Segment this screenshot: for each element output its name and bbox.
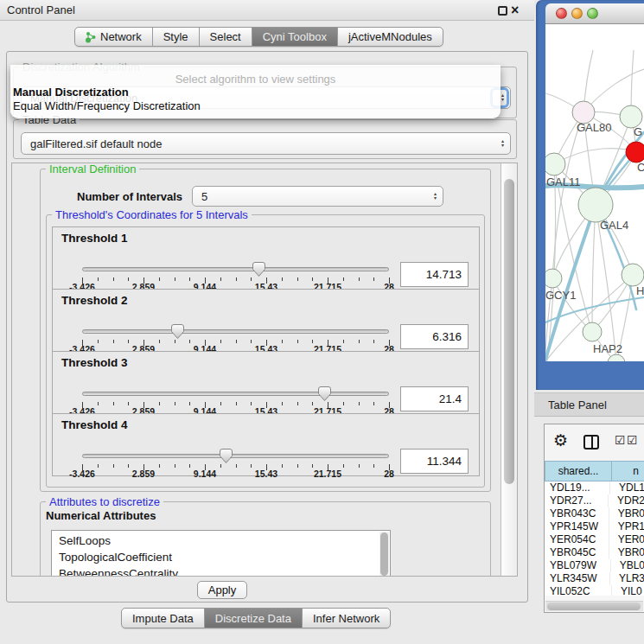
table-row[interactable]: YBR045CYBR0 (545, 546, 644, 559)
settings-scrollbar[interactable] (501, 163, 517, 576)
slider-tick (297, 340, 298, 343)
cell-name[interactable]: YIL0 (612, 585, 644, 596)
network-node-h[interactable] (622, 264, 644, 286)
slider-tick (113, 464, 114, 468)
cell-shared-name[interactable]: YBR045C (545, 546, 609, 559)
column-header-shared[interactable]: shared... (545, 461, 612, 481)
tab-infer-network[interactable]: Infer Network (302, 609, 390, 628)
tab-style[interactable]: Style (152, 28, 199, 46)
cell-shared-name[interactable]: YDR27... (545, 494, 609, 507)
stepper-icon: ▴▾ (501, 139, 504, 148)
popup-item-equal-width-frequency[interactable]: Equal Width/Frequency Discretization (10, 99, 501, 113)
threshold-2-slider-track[interactable] (82, 329, 389, 334)
threshold-4-slider-track[interactable] (82, 454, 389, 458)
table-row[interactable]: YBL079WYBL0 (545, 559, 644, 572)
network-node-gal11[interactable] (545, 153, 565, 175)
threshold-1-slider-thumb[interactable] (252, 262, 265, 277)
apply-button[interactable]: Apply (197, 581, 247, 599)
slider-tick (189, 402, 190, 405)
settings-scrollbar-thumb[interactable] (504, 179, 514, 484)
node-label: H (636, 284, 644, 297)
panel-title: Control Panel (7, 0, 75, 21)
threshold-3-slider-thumb[interactable] (318, 386, 331, 401)
slider-tick (373, 402, 374, 405)
table-row[interactable]: YIL052CYIL0 (545, 585, 644, 596)
cell-shared-name[interactable]: YDL19... (545, 481, 610, 494)
table-row[interactable]: YDL19...YDL1 (545, 481, 644, 494)
cell-shared-name[interactable]: YBR043C (545, 507, 609, 520)
network-node-gcy1[interactable] (545, 269, 562, 288)
slider-tick-label: 21.715 (303, 469, 352, 479)
tab-label: Discretize Data (215, 612, 291, 625)
slider-tick (159, 340, 160, 343)
network-window-titlebar[interactable] (545, 3, 644, 24)
close-icon[interactable]: × (511, 1, 519, 20)
cell-name[interactable]: YER0 (609, 533, 644, 546)
cell-name[interactable]: YBR0 (609, 546, 644, 559)
threshold-4-slider-thumb[interactable] (220, 449, 233, 463)
node-label: GAL11 (546, 175, 581, 188)
slider-tick (343, 277, 344, 281)
cell-name[interactable]: YBR0 (609, 507, 644, 520)
list-scrollbar[interactable] (379, 532, 389, 577)
checkbox-icon[interactable]: ☑ (627, 433, 638, 447)
table-toolbar: ⚙ ☑ ☑ (545, 424, 644, 461)
cell-shared-name[interactable]: YBL079W (545, 559, 611, 572)
table-body: YDL19...YDL1YDR27...YDR2YBR043CYBR0YPR14… (545, 481, 644, 596)
network-node-c[interactable] (626, 142, 644, 163)
tab-cyni-toolbox[interactable]: Cyni Toolbox (252, 28, 337, 46)
table-data-group: Table Data galFiltered.sif default node … (13, 119, 517, 159)
control-panel-titlebar: Control Panel × (0, 0, 534, 21)
cell-name[interactable]: YDR2 (609, 494, 644, 507)
minimize-traffic-light-icon[interactable] (571, 8, 583, 19)
slider-tick-label: -3.426 (58, 469, 106, 479)
zoom-traffic-light-icon[interactable] (587, 8, 598, 19)
close-traffic-light-icon[interactable] (556, 8, 567, 19)
numerical-attributes-list[interactable]: SelfLoopsTopologicalCoefficientBetweenne… (51, 530, 391, 577)
attribute-list-item[interactable]: SelfLoops (52, 532, 390, 549)
table-data-combobox[interactable]: galFiltered.sif default node ▴▾ (21, 132, 511, 155)
attribute-list-item[interactable]: BetweennessCentrality (52, 565, 390, 577)
tab-label: Infer Network (313, 612, 379, 625)
columns-icon[interactable] (583, 435, 599, 450)
table-horizontal-scrollbar[interactable] (545, 601, 643, 611)
cell-name[interactable]: YBL0 (611, 559, 644, 572)
network-canvas[interactable]: GAL80GCGAL11GAL4GCY1HHAP2 (545, 24, 644, 361)
tab-jactivemnodules[interactable]: jActiveMNodules (337, 28, 443, 46)
tab-impute-data[interactable]: Impute Data (122, 609, 204, 628)
tab-network[interactable]: Network (75, 28, 152, 46)
tab-select[interactable]: Select (199, 28, 252, 46)
screen: Control Panel × Network Style Select Cyn… (0, 0, 644, 644)
float-window-icon[interactable] (498, 6, 507, 16)
popup-item-manual-discretization[interactable]: Manual Discretization (10, 86, 501, 99)
cell-shared-name[interactable]: YLR345W (545, 572, 610, 585)
column-header-name[interactable]: n (612, 461, 644, 481)
cell-shared-name[interactable]: YIL052C (545, 585, 612, 596)
slider-tick (113, 277, 114, 281)
tab-discretize-data[interactable]: Discretize Data (204, 609, 302, 628)
scrollbar-thumb[interactable] (547, 603, 641, 610)
cell-name[interactable]: YLR3 (610, 572, 644, 585)
threshold-1-slider-track[interactable] (82, 267, 389, 271)
attribute-list-item[interactable]: TopologicalCoefficient (52, 549, 390, 565)
table-row[interactable]: YER054CYER0 (545, 533, 644, 546)
threshold-3-slider-track[interactable] (82, 392, 389, 396)
cell-name[interactable]: YPR1 (609, 520, 644, 533)
list-scrollbar-thumb[interactable] (380, 532, 388, 576)
cell-shared-name[interactable]: YPR145W (545, 520, 609, 533)
network-node-hap2[interactable] (583, 322, 602, 341)
table-row[interactable]: YPR145WYPR1 (545, 520, 644, 533)
threshold-2-slider-thumb[interactable] (171, 324, 184, 339)
table-row[interactable]: YBR043CYBR0 (545, 507, 644, 520)
gear-icon[interactable]: ⚙ (553, 430, 568, 450)
slider-tick (282, 464, 283, 468)
table-row[interactable]: YDR27...YDR2 (545, 494, 644, 507)
tab-label: Style (163, 30, 188, 43)
checkbox-icon[interactable]: ☑ (615, 433, 626, 447)
cell-name[interactable]: YDL1 (610, 481, 644, 494)
network-node-gal4[interactable] (578, 188, 613, 222)
table-row[interactable]: YLR345WYLR3 (545, 572, 644, 585)
number-of-intervals-combobox[interactable]: 5 ▴▾ (192, 186, 443, 207)
cell-shared-name[interactable]: YER054C (545, 533, 609, 546)
threshold-4-panel: Threshold 4 11.344 -3.4262.8599.14415.43… (52, 413, 480, 476)
